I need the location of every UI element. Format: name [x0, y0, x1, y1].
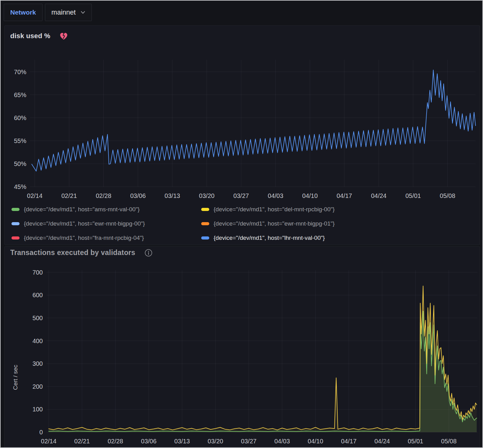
- legend-swatch: [201, 236, 209, 240]
- y-tick-label: 70%: [14, 69, 26, 75]
- legend-label: {device="/dev/md1", host="del-mnt-rpcbig…: [214, 206, 335, 213]
- x-tick-label: 02/14: [27, 192, 42, 199]
- network-variable-label: Network: [10, 9, 36, 16]
- x-tick-label: 05/08: [440, 192, 455, 199]
- legend-swatch: [201, 222, 209, 225]
- y-tick-label: 300: [33, 360, 43, 367]
- series-line-validators-yellow: [49, 286, 477, 430]
- network-variable-value: mainnet: [51, 8, 76, 16]
- y-tick-label: 700: [33, 269, 43, 276]
- network-variable-label-box: Network: [4, 4, 42, 21]
- legend-item[interactable]: {device="/dev/md1", host="ams-mnt-val-00…: [11, 203, 201, 216]
- x-tick-label: 03/27: [241, 438, 256, 445]
- legend-label: {device="/dev/md1", host="lhr-mnt-val-00…: [214, 235, 325, 241]
- y-tick-label: 60%: [14, 114, 26, 121]
- x-tick-label: 03/27: [233, 192, 249, 199]
- disk-panel-title[interactable]: disk used %: [10, 32, 50, 40]
- series-area-validators-yellow: [49, 286, 477, 432]
- y-tick-label: 600: [33, 292, 43, 298]
- legend-swatch: [11, 222, 20, 225]
- y-tick-label: 400: [33, 338, 43, 344]
- x-tick-label: 04/10: [302, 192, 318, 199]
- series-area-validators-green: [49, 311, 477, 432]
- x-tick-label: 02/28: [108, 438, 123, 445]
- legend-label: {device="/dev/md1", host="fra-mnt-rpcbig…: [24, 235, 144, 241]
- legend-item[interactable]: {device="/dev/md1", host="fra-mnt-rpcbig…: [11, 231, 201, 245]
- disk-chart-legend: {device="/dev/md1", host="ams-mnt-val-00…: [11, 203, 473, 245]
- x-tick-label: 03/13: [165, 192, 180, 199]
- x-tick-label: 04/24: [374, 438, 390, 445]
- x-tick-label: 05/08: [441, 438, 457, 445]
- legend-label: {device="/dev/md1", host="ams-mnt-val-00…: [24, 206, 140, 213]
- y-tick-label: 500: [33, 315, 43, 321]
- chevron-down-icon: [81, 11, 85, 14]
- x-tick-label: 04/03: [268, 192, 283, 199]
- y-tick-label: 65%: [14, 92, 26, 98]
- series-line-{device="/dev/md1", host="lhr-mnt-val-00"}: [32, 70, 476, 171]
- x-tick-label: 03/06: [141, 438, 157, 445]
- disk-used-chart[interactable]: 45%50%55%60%65%70%02/1402/2102/2803/0603…: [5, 41, 480, 201]
- y-tick-label: 45%: [14, 183, 26, 190]
- legend-item[interactable]: {device="/dev/md1", host="ewr-mnt-bigpg-…: [11, 217, 201, 231]
- x-tick-label: 02/21: [74, 438, 90, 445]
- legend-item[interactable]: {device="/dev/md1", host="del-mnt-rpcbig…: [201, 203, 473, 216]
- y-tick-label: 200: [33, 383, 43, 390]
- dashboard-variables-toolbar: Network mainnet: [4, 4, 92, 21]
- legend-item[interactable]: {device="/dev/md1", host="lhr-mnt-val-00…: [201, 231, 473, 245]
- legend-swatch: [11, 236, 20, 240]
- x-tick-label: 04/17: [341, 438, 357, 445]
- x-tick-label: 03/20: [199, 192, 215, 199]
- transactions-chart[interactable]: 010020030040050060070002/1402/2102/2803/…: [5, 262, 480, 448]
- y-tick-label: 50%: [14, 160, 26, 167]
- legend-label: {device="/dev/md1", host="ewr-mnt-bigpg-…: [214, 220, 335, 227]
- x-tick-label: 02/14: [41, 438, 56, 445]
- legend-swatch: [11, 208, 20, 211]
- x-tick-label: 05/01: [408, 438, 423, 445]
- legend-swatch: [201, 208, 209, 211]
- x-tick-label: 04/10: [308, 438, 323, 445]
- transactions-panel: Transactions executed by validators Cert…: [4, 246, 480, 448]
- transactions-panel-title[interactable]: Transactions executed by validators: [10, 249, 135, 257]
- network-variable-dropdown[interactable]: mainnet: [45, 4, 92, 21]
- x-tick-label: 03/06: [130, 192, 146, 199]
- grafana-dashboard: Network mainnet disk used % 45%50%55%60%…: [0, 0, 483, 448]
- y-tick-label: 55%: [14, 137, 26, 144]
- legend-label: {device="/dev/md1", host="ewr-mnt-bigpg-…: [24, 220, 145, 227]
- legend-item[interactable]: {device="/dev/md1", host="ewr-mnt-bigpg-…: [201, 217, 473, 231]
- x-tick-label: 05/01: [405, 192, 421, 199]
- y-tick-label: 100: [33, 406, 43, 413]
- series-line-validators-green: [49, 311, 477, 432]
- x-tick-label: 04/03: [274, 438, 290, 445]
- transactions-panel-header: Transactions executed by validators: [10, 249, 153, 257]
- disk-used-panel: disk used % 45%50%55%60%65%70%02/1402/21…: [4, 25, 480, 245]
- disk-panel-header: disk used %: [10, 32, 68, 40]
- y-tick-label: 0: [39, 429, 43, 436]
- x-tick-label: 02/28: [96, 192, 111, 199]
- info-circle-icon[interactable]: [144, 249, 153, 257]
- broken-heart-icon: [60, 32, 68, 40]
- x-tick-label: 03/20: [208, 438, 223, 445]
- x-tick-label: 04/24: [371, 192, 387, 199]
- x-tick-label: 02/21: [61, 192, 77, 199]
- x-tick-label: 03/13: [174, 438, 190, 445]
- x-tick-label: 04/17: [337, 192, 352, 199]
